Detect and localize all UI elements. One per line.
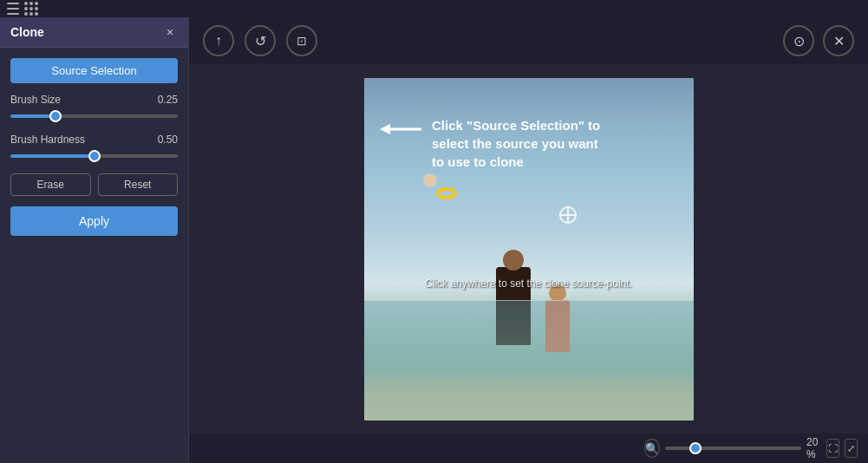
close-canvas-button[interactable]: ✕ xyxy=(823,25,854,56)
bottom-bar: 🔍 20 % ⛶ ⤢ xyxy=(189,434,868,463)
erase-button[interactable]: Erase xyxy=(10,173,91,196)
zoom-percent: 20 % xyxy=(806,436,821,460)
zoom-slider[interactable] xyxy=(665,447,801,450)
toolbar-left: ↑ ↺ ⊡ xyxy=(203,25,317,56)
svg-marker-1 xyxy=(380,124,390,134)
water-shimmer xyxy=(364,300,694,420)
brush-size-label: Brush Size xyxy=(10,94,61,106)
upload-button[interactable]: ↑ xyxy=(203,25,234,56)
panel-title: Clone xyxy=(10,25,44,39)
tooltip-text: Click "Source Selection" to select the s… xyxy=(432,116,605,171)
brush-hardness-value: 0.50 xyxy=(158,134,178,146)
upload-icon: ↑ xyxy=(215,33,222,49)
grid-icon[interactable] xyxy=(24,2,38,16)
brush-size-group: Brush Size 0.25 xyxy=(10,94,178,123)
apply-button[interactable]: Apply xyxy=(10,206,178,236)
action-buttons: Erase Reset xyxy=(10,173,178,196)
brush-size-label-row: Brush Size 0.25 xyxy=(10,94,178,106)
brush-hardness-label-row: Brush Hardness 0.50 xyxy=(10,134,178,146)
undo-icon: ↺ xyxy=(255,33,266,49)
reset-button[interactable]: Reset xyxy=(98,173,179,196)
fit-screen-button[interactable]: ⛶ xyxy=(826,439,839,458)
panel-close-button[interactable]: × xyxy=(162,24,178,40)
panel-header: Clone × xyxy=(0,17,188,48)
zoom-section: 🔍 20 % ⛶ ⤢ xyxy=(644,436,858,460)
fullscreen-button[interactable]: ⤢ xyxy=(845,439,858,458)
clone-panel: Clone × Source Selection Brush Size 0.25… xyxy=(0,17,189,463)
brush-size-slider-container xyxy=(10,109,178,123)
brush-size-slider[interactable] xyxy=(10,114,178,118)
crosshair-circle xyxy=(559,206,577,224)
panel-body: Source Selection Brush Size 0.25 Brush H… xyxy=(0,48,188,246)
brush-hardness-slider[interactable] xyxy=(10,154,178,158)
brush-hardness-slider-container xyxy=(10,149,178,163)
tooltip-container: Click "Source Selection" to select the s… xyxy=(380,116,605,171)
main-layout: Clone × Source Selection Brush Size 0.25… xyxy=(0,17,868,463)
zoom-icon: 🔍 xyxy=(645,442,659,455)
save-icon: ⊡ xyxy=(297,34,307,48)
inflatable-ring xyxy=(436,187,457,199)
settings-button[interactable]: ⊙ xyxy=(783,25,814,56)
source-selection-button[interactable]: Source Selection xyxy=(10,58,178,83)
settings-icon: ⊙ xyxy=(793,33,805,49)
tooltip-arrow-icon xyxy=(380,121,423,138)
canvas-area: ↑ ↺ ⊡ ⊙ ✕ xyxy=(189,17,868,463)
image-container[interactable]: Click "Source Selection" to select the s… xyxy=(189,64,868,434)
fullscreen-icon: ⤢ xyxy=(847,443,855,454)
menu-icon[interactable] xyxy=(7,3,19,15)
save-button[interactable]: ⊡ xyxy=(286,25,317,56)
close-canvas-icon: ✕ xyxy=(833,33,845,49)
fit-icon: ⛶ xyxy=(828,443,838,453)
canvas-toolbar: ↑ ↺ ⊡ ⊙ ✕ xyxy=(189,17,868,64)
brush-hardness-group: Brush Hardness 0.50 xyxy=(10,134,178,163)
undo-button[interactable]: ↺ xyxy=(245,25,276,56)
zoom-out-button[interactable]: 🔍 xyxy=(644,439,660,458)
swimmer-1 xyxy=(423,173,437,187)
top-bar xyxy=(0,0,868,17)
brush-hardness-label: Brush Hardness xyxy=(10,134,85,146)
toolbar-right: ⊙ ✕ xyxy=(783,25,854,56)
brush-size-value: 0.25 xyxy=(158,94,178,106)
